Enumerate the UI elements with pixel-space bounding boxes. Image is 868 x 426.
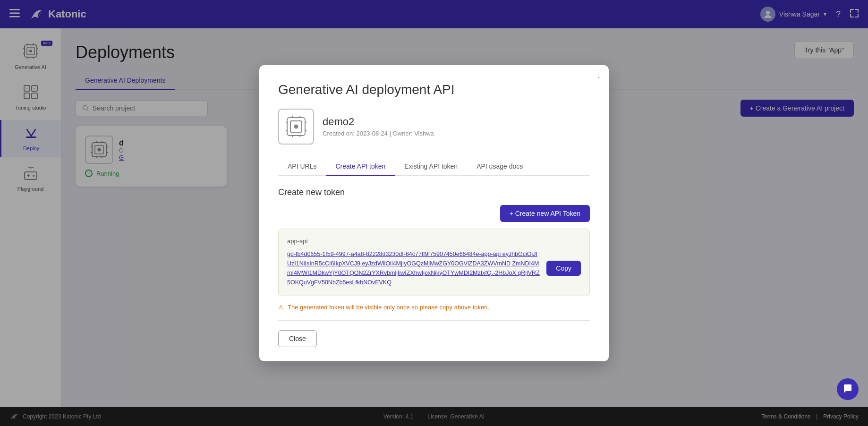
token-label: app-api (287, 238, 581, 245)
api-modal: · Generative AI deployment API (259, 65, 609, 361)
svg-point-39 (294, 124, 298, 128)
modal-title: Generative AI deployment API (278, 82, 590, 97)
create-new-api-token-button[interactable]: + Create new API Token (500, 205, 590, 222)
token-box: app-api gd-fb4d0655-1f59-4997-a4a8-82228… (278, 229, 590, 296)
warning-icon: ⚠ (278, 304, 284, 311)
modal-project-icon (278, 109, 314, 145)
tab-create-api-token[interactable]: Create API token (326, 158, 395, 176)
close-button[interactable]: Close (278, 330, 317, 347)
token-content-row: gd-fb4d0655-1f59-4997-a4a8-82228d3230df-… (287, 249, 581, 287)
modal-divider (278, 320, 590, 321)
modal-project-info: demo2 Created on: 2023-08-24 | Owner: Vi… (278, 109, 590, 145)
token-value[interactable]: gd-fb4d0655-1f59-4997-a4a8-82228d3230df-… (287, 249, 541, 287)
warning-text: The generated token will be visible only… (288, 304, 489, 311)
tab-api-usage-docs[interactable]: API usage docs (467, 158, 532, 176)
modal-tabs: API URLs Create API token Existing API t… (278, 158, 590, 176)
warning-message: ⚠ The generated token will be visible on… (278, 304, 590, 311)
modal-project-meta: Created on: 2023-08-24 | Owner: Vishwa (323, 130, 434, 137)
modal-overlay[interactable]: · Generative AI deployment API (0, 0, 868, 426)
chat-bubble[interactable] (837, 378, 859, 400)
modal-project-name: demo2 (323, 116, 434, 128)
tab-existing-api-token[interactable]: Existing API token (395, 158, 467, 176)
modal-close-button[interactable]: · (597, 72, 600, 82)
section-title: Create new token (278, 187, 590, 197)
tab-api-urls[interactable]: API URLs (278, 158, 326, 176)
token-actions-row: + Create new API Token (278, 205, 590, 222)
copy-button[interactable]: Copy (546, 261, 581, 276)
